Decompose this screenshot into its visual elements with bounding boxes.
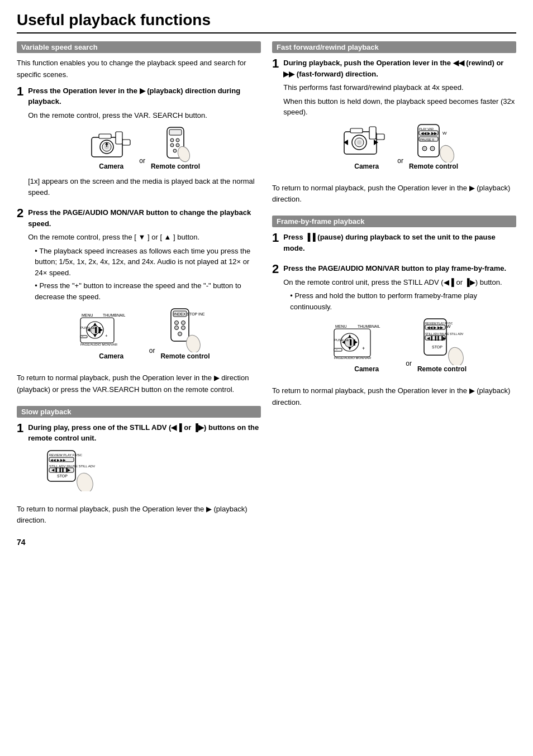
- svg-rect-54: [350, 128, 363, 133]
- svg-point-37: [175, 326, 179, 330]
- svg-text:THUMBNAIL: THUMBNAIL: [103, 313, 126, 317]
- step-1-fbf: 1 Press ▐▐ (pause) during playback to se…: [272, 232, 516, 256]
- svg-point-12: [176, 138, 179, 142]
- svg-text:+: +: [362, 346, 365, 351]
- left-column: Variable speed search This function enab…: [17, 41, 261, 547]
- or-text-2: or: [149, 347, 155, 355]
- svg-point-66: [430, 146, 435, 151]
- remote-label-fbf: Remote control: [417, 365, 467, 373]
- camera-fbf-icon: MENU THUMBNAIL ▐▐ PUSH-SET: [333, 318, 400, 365]
- step-2-detail1: On the remote control, press the [ ▼ ] o…: [28, 232, 261, 243]
- section-intro: This function enables you to change the …: [17, 58, 261, 81]
- step-num-2: 2: [17, 207, 23, 219]
- svg-point-93: [446, 346, 464, 365]
- section-slow-playback: Slow playback 1 During play, press one o…: [17, 406, 261, 527]
- svg-text:STOP: STOP: [432, 345, 442, 349]
- section-fast-forward: Fast forward/rewind playback 1 During pl…: [272, 41, 516, 205]
- svg-text:MENU: MENU: [335, 324, 347, 328]
- svg-rect-5: [122, 140, 130, 145]
- svg-text:◀◀  ▶  ▶▶: ◀◀ ▶ ▶▶: [50, 458, 66, 462]
- svg-text:PAUSE II: PAUSE II: [420, 138, 434, 141]
- svg-text:PUSH-SET: PUSH-SET: [80, 326, 98, 329]
- step-2-variable: 2 Press the PAGE/AUDIO MON/VAR button to…: [17, 207, 261, 366]
- remote-label-ff: Remote control: [409, 162, 458, 170]
- step-num-fbf-1: 1: [272, 232, 279, 244]
- remote-icon-1: [157, 126, 193, 162]
- step-ff-1-title: During playback, push the Operation leve…: [283, 58, 516, 79]
- svg-text:+: +: [105, 333, 108, 338]
- section-header-slow: Slow playback: [17, 406, 261, 418]
- svg-point-39: [178, 332, 182, 336]
- step-1-images: Camera or: [28, 126, 261, 170]
- section-header-fbf: Frame-by-frame playback: [272, 216, 516, 227]
- svg-point-13: [170, 143, 174, 147]
- or-text-1: or: [139, 157, 145, 165]
- camera-label-fbf: Camera: [354, 365, 379, 373]
- svg-point-14: [176, 143, 179, 147]
- camera-label-1: Camera: [99, 162, 123, 170]
- svg-rect-56: [369, 127, 376, 139]
- remote-fbf-icon: REVIEW PLAY FF/SC ◀◀ ▶ ▶▶ STILL ADV PAUS…: [420, 318, 464, 365]
- step-2-bullets: The playback speed increases as follows …: [28, 246, 261, 303]
- fbf-images: MENU THUMBNAIL ▐▐ PUSH-SET: [283, 318, 516, 373]
- svg-text:−: −: [336, 348, 338, 351]
- fbf-bullets: Press and hold the button to perform fra…: [283, 290, 516, 312]
- fbf-footer: To return to normal playback, push the O…: [272, 385, 516, 409]
- step-1-variable: 1 Press the Operation lever in the ▶ (pl…: [17, 85, 261, 201]
- or-text-ff: or: [397, 157, 403, 165]
- step-fbf-2-title: Press the PAGE/AUDIO MON/VAR button to p…: [283, 263, 516, 274]
- svg-rect-4: [99, 134, 111, 138]
- step-1-detail2: [1x] appears on the screen and the media…: [28, 176, 261, 198]
- svg-text:W: W: [442, 131, 447, 136]
- remote-label-1: Remote control: [151, 162, 200, 170]
- svg-point-38: [182, 326, 185, 330]
- step-fbf-2-detail1: On the remote control unit, press the ST…: [283, 277, 516, 288]
- svg-text:THUMBNAIL: THUMBNAIL: [358, 324, 380, 328]
- step-num-fbf-2: 2: [272, 263, 279, 275]
- svg-text:STILL ADV PAUSE STILL ADV: STILL ADV PAUSE STILL ADV: [425, 332, 464, 336]
- svg-point-49: [75, 471, 95, 491]
- remote-ff-icon: PLAY VAR ◀◀ ▶ ▶▶ PAUSE II W: [412, 123, 454, 162]
- ff-footer: To return to normal playback, push the O…: [272, 183, 516, 206]
- svg-text:PUSH-SET: PUSH-SET: [334, 338, 351, 342]
- step-2-title: Press the PAGE/AUDIO MON/VAR button to c…: [28, 207, 261, 229]
- camera-controls-icon: MENU THUMBNAIL: [79, 308, 144, 352]
- svg-rect-6: [116, 132, 122, 144]
- svg-text:◀◀  ▶  ▶▶: ◀◀ ▶ ▶▶: [421, 131, 437, 135]
- step-num-1: 1: [17, 85, 23, 98]
- svg-point-68: [438, 143, 455, 162]
- step-2-images: MENU THUMBNAIL: [28, 308, 261, 360]
- svg-text:REVIEW PLAY FF/SC: REVIEW PLAY FF/SC: [49, 453, 83, 457]
- step-1-slow: 1 During play, press one of the STILL AD…: [17, 422, 261, 497]
- svg-rect-55: [377, 134, 384, 140]
- right-column: Fast forward/rewind playback 1 During pl…: [272, 41, 516, 547]
- page-title: Useful playback functions: [17, 11, 516, 34]
- svg-point-15: [173, 149, 177, 152]
- svg-point-11: [170, 138, 174, 142]
- svg-text:◀◀  ▶  ▶▶: ◀◀ ▶ ▶▶: [427, 326, 444, 329]
- remote-slow-icon: REVIEW PLAY FF/SC ◀◀ ▶ ▶▶ STILL ADV PAUS…: [45, 449, 95, 491]
- bullet-1: The playback speed increases as follows …: [35, 246, 261, 279]
- slow-playback-footer: To return to normal playback, push the O…: [17, 504, 261, 527]
- svg-text:PLAY    VAR: PLAY VAR: [419, 127, 434, 131]
- section-header-variable-speed: Variable speed search: [17, 41, 261, 53]
- ff-images: Camera or PLAY VAR ◀◀ ▶ ▶▶ PAUSE II: [283, 123, 516, 170]
- step-num-slow-1: 1: [17, 422, 23, 434]
- step-ff-1-detail1: This performs fast forward/rewind playba…: [283, 82, 516, 93]
- fbf-bullet-1: Press and hold the button to perform fra…: [290, 290, 516, 312]
- svg-rect-10: [169, 130, 182, 135]
- camera-icon-1: [89, 126, 134, 162]
- step-1-title: Press the Operation lever in the ▶ (play…: [28, 85, 261, 107]
- step-1-ff: 1 During playback, push the Operation le…: [272, 58, 516, 176]
- svg-text:−: −: [82, 334, 84, 338]
- step-fbf-1-title: Press ▐▐ (pause) during playback to set …: [283, 232, 516, 253]
- svg-point-36: [182, 321, 185, 325]
- step-2-fbf: 2 Press the PAGE/AUDIO MON/VAR button to…: [272, 263, 516, 379]
- slow-playback-image: REVIEW PLAY FF/SC ◀◀ ▶ ▶▶ STILL ADV PAUS…: [28, 449, 261, 491]
- remote-icon-2: INDEX STOP INDEX: [165, 308, 204, 352]
- step-1-detail1: On the remote control, press the VAR. SE…: [28, 110, 261, 121]
- svg-text:W: W: [446, 324, 451, 329]
- remote-label-2: Remote control: [160, 352, 210, 360]
- svg-point-53: [357, 140, 361, 145]
- step-ff-1-detail2: When this button is held down, the playb…: [283, 96, 516, 118]
